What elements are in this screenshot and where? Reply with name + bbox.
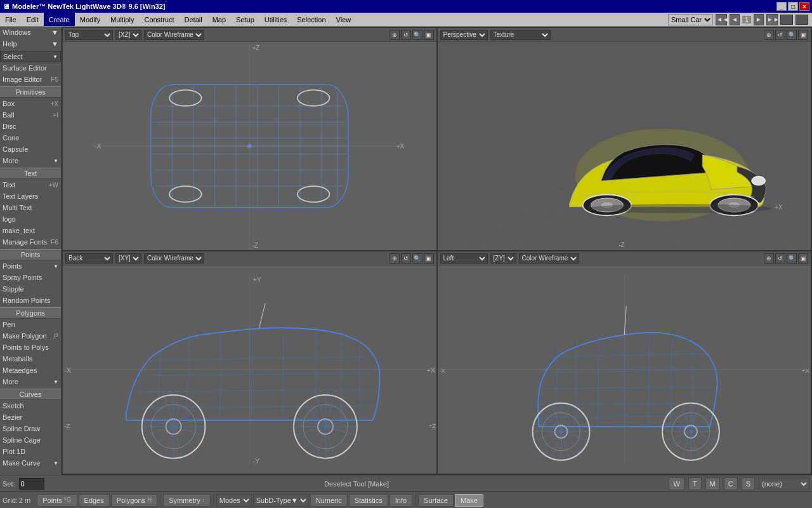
viewport-back-zoom-icon[interactable]: 🔍	[412, 253, 422, 264]
viewport-perspective[interactable]: PerspectiveTopBackLeft TextureColor Wire…	[438, 28, 811, 250]
viewport-perspective-fit-icon[interactable]: ↺	[775, 30, 785, 40]
make-polygon-item[interactable]: Make Polygon P	[0, 330, 61, 342]
menu-file[interactable]: File	[0, 13, 22, 26]
info-button[interactable]: Info	[390, 494, 412, 507]
viewport-left-axis-select[interactable]: [ZY]	[490, 253, 516, 264]
nav-next-next[interactable]: ►►	[766, 14, 778, 25]
cone-item[interactable]: Cone	[0, 132, 61, 144]
options-icon[interactable]	[796, 15, 808, 25]
viewport-top-options-icon[interactable]: ▣	[424, 30, 434, 40]
numeric-button[interactable]: Numeric	[310, 494, 348, 507]
viewport-back-mode-select[interactable]: Color WireframeTextureWireframe	[144, 253, 204, 264]
spline-draw-item[interactable]: Spline Draw	[0, 423, 61, 434]
make-curve-item[interactable]: Make Curve ▼	[0, 457, 61, 469]
menu-map[interactable]: Map	[207, 13, 231, 26]
viewport-left-content[interactable]: -X +X	[438, 265, 811, 474]
viewport-perspective-zoom-icon[interactable]: 🔍	[787, 30, 797, 40]
viewport-back-view-select[interactable]: BackTopLeftPerspective	[65, 253, 113, 264]
viewport-left-center-icon[interactable]: ⊕	[764, 253, 774, 264]
surface-button[interactable]: Surface	[418, 494, 454, 507]
make-button[interactable]: Make	[455, 494, 483, 507]
menu-utilities[interactable]: Utilities	[259, 13, 292, 26]
viewport-perspective-view-select[interactable]: PerspectiveTopBackLeft	[440, 30, 488, 40]
viewport-top[interactable]: TopBackLeftPerspective [XZ] Color Wirefr…	[63, 28, 436, 250]
select-item[interactable]: Select ▼	[0, 51, 61, 62]
subd-dropdown[interactable]: SubD-Type▼	[253, 494, 309, 507]
primitives-more-item[interactable]: More ▼	[0, 155, 61, 166]
maximize-button[interactable]: □	[788, 2, 798, 11]
viewport-left-fit-icon[interactable]: ↺	[775, 253, 785, 264]
menu-edit[interactable]: Edit	[22, 13, 44, 26]
viewport-back-options-icon[interactable]: ▣	[424, 253, 434, 264]
viewport-top-content[interactable]: +Z -Z +X -X	[63, 42, 436, 250]
m-toggle[interactable]: M	[705, 478, 720, 490]
polygons-more-item[interactable]: More ▼	[0, 376, 61, 387]
make-text-item[interactable]: make_text	[0, 225, 61, 236]
text-layers-item[interactable]: Text Layers	[0, 190, 61, 202]
close-button[interactable]: ×	[799, 2, 809, 11]
viewport-left-options-icon[interactable]: ▣	[798, 253, 808, 264]
viewport-left-mode-select[interactable]: Color WireframeTextureWireframe	[519, 253, 579, 264]
viewport-left-view-select[interactable]: LeftTopBackPerspective	[440, 253, 488, 264]
viewport-perspective-content[interactable]: +X -Z	[438, 42, 811, 250]
menu-modify[interactable]: Modify	[75, 13, 105, 26]
nav-prev[interactable]: ◄	[730, 14, 740, 25]
symmetry-button[interactable]: Symmetry ↑	[163, 494, 211, 507]
box-item[interactable]: Box +X	[0, 98, 61, 109]
help-dropdown[interactable]: Help ▼	[0, 38, 61, 50]
viewport-back-fit-icon[interactable]: ↺	[401, 253, 411, 264]
viewport-back-center-icon[interactable]: ⊕	[390, 253, 400, 264]
menu-view[interactable]: View	[331, 13, 357, 26]
modes-dropdown[interactable]: Modes	[216, 494, 252, 507]
viewport-top-mode-select[interactable]: Color WireframeTextureWireframe	[144, 30, 204, 40]
w-toggle[interactable]: W	[669, 478, 684, 490]
menu-multiply[interactable]: Multiply	[105, 13, 139, 26]
bezier-item[interactable]: Bezier	[0, 411, 61, 423]
viewport-back-content[interactable]: +Y -Y +X -X	[63, 265, 436, 474]
points-to-polys-item[interactable]: Points to Polys	[0, 342, 61, 353]
points-item[interactable]: Points ▼	[0, 260, 61, 272]
viewport-perspective-mode-select[interactable]: TextureColor WireframeWireframe	[490, 30, 551, 40]
expand-icon[interactable]	[780, 15, 793, 25]
multi-text-item[interactable]: Multi Text	[0, 202, 61, 213]
disc-item[interactable]: Disc	[0, 121, 61, 132]
viewport-left-zoom-icon[interactable]: 🔍	[787, 253, 797, 264]
menu-construct[interactable]: Construct	[139, 13, 179, 26]
viewport-perspective-options-icon[interactable]: ▣	[798, 30, 808, 40]
ball-item[interactable]: Ball +I	[0, 109, 61, 121]
viewport-left[interactable]: LeftTopBackPerspective [ZY] Color Wirefr…	[438, 251, 811, 474]
viewport-top-center-icon[interactable]: ⊕	[390, 30, 400, 40]
nav-prev-prev[interactable]: ◄◄	[716, 14, 727, 25]
windows-dropdown[interactable]: Windows ▼	[0, 27, 61, 38]
viewport-top-view-select[interactable]: TopBackLeftPerspective	[65, 30, 113, 40]
points-button[interactable]: Points °G	[37, 494, 77, 507]
viewport-back[interactable]: BackTopLeftPerspective [XY] Color Wirefr…	[63, 251, 436, 474]
none-dropdown[interactable]: (none)	[759, 478, 809, 490]
polygons-button[interactable]: Polygons H	[111, 494, 158, 507]
metaedges-item[interactable]: Metaedges	[0, 364, 61, 376]
s-toggle[interactable]: S	[742, 478, 755, 490]
spray-points-item[interactable]: Spray Points	[0, 272, 61, 283]
pen-item[interactable]: Pen	[0, 319, 61, 330]
logo-item[interactable]: logo	[0, 213, 61, 225]
text-item[interactable]: Text +W	[0, 179, 61, 190]
viewport-back-axis-select[interactable]: [XY]	[115, 253, 141, 264]
nav-next[interactable]: ►	[754, 14, 764, 25]
surface-editor-item[interactable]: Surface Editor	[0, 62, 61, 74]
menu-setup[interactable]: Setup	[231, 13, 259, 26]
c-toggle[interactable]: C	[724, 478, 738, 490]
statistics-button[interactable]: Statistics	[349, 494, 388, 507]
stipple-item[interactable]: Stipple	[0, 283, 61, 295]
manage-fonts-item[interactable]: Manage Fonts F6	[0, 236, 61, 248]
viewport-top-fit-icon[interactable]: ↺	[401, 30, 411, 40]
random-points-item[interactable]: Random Points	[0, 295, 61, 306]
image-editor-item[interactable]: Image Editor F5	[0, 74, 61, 85]
minimize-button[interactable]: _	[776, 2, 787, 11]
edges-button[interactable]: Edges	[79, 494, 110, 507]
viewport-top-zoom-icon[interactable]: 🔍	[412, 30, 422, 40]
set-input[interactable]	[19, 478, 44, 490]
sketch-item[interactable]: Sketch	[0, 400, 61, 411]
menu-detail[interactable]: Detail	[180, 13, 207, 26]
capsule-item[interactable]: Capsule	[0, 144, 61, 155]
viewport-perspective-center-icon[interactable]: ⊕	[764, 30, 774, 40]
